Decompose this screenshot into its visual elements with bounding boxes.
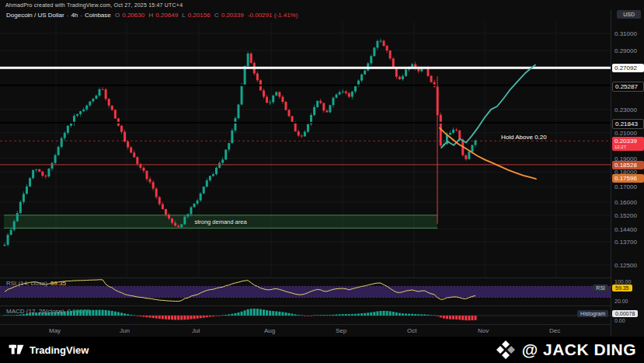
histogram-bar <box>329 315 331 316</box>
currency-button[interactable]: USD <box>617 10 641 19</box>
histogram-bar <box>304 316 306 316</box>
histogram-bar <box>319 315 322 316</box>
symbol-title[interactable]: Dogecoin / US Dollar <box>6 12 64 19</box>
time-axis-label: Jul <box>192 327 200 334</box>
histogram-bar <box>171 316 173 319</box>
histogram-bar <box>114 312 117 316</box>
candle-body <box>102 89 104 90</box>
price-tick: 0.23000 <box>614 106 637 113</box>
pane-divider[interactable] <box>0 305 644 306</box>
candle-body <box>13 222 16 230</box>
histogram-bar <box>127 314 129 316</box>
candle-body <box>244 66 246 85</box>
histogram-bar <box>105 310 107 316</box>
candle-body <box>376 41 378 48</box>
histogram-bar <box>209 316 211 317</box>
candle-body <box>92 99 94 101</box>
candle-body <box>99 89 101 96</box>
close-value: 0.20339 <box>221 12 244 19</box>
price-tick: 0.29000 <box>614 47 637 54</box>
histogram-bar <box>139 316 141 316</box>
tradingview-chart-screenshot: AhmadPro created with TradingView.com, O… <box>0 0 644 363</box>
tradingview-brand[interactable]: TradingView <box>8 343 89 357</box>
histogram-bar <box>146 316 148 317</box>
histogram-bar <box>339 314 341 316</box>
candle-body <box>200 194 202 201</box>
histogram-bar <box>263 309 265 316</box>
candle-body <box>38 169 40 172</box>
histogram-bar <box>461 316 464 320</box>
histogram-bar <box>395 312 398 316</box>
histogram-bar <box>411 314 413 316</box>
histogram-bar <box>117 312 120 316</box>
histogram-bar <box>158 316 161 319</box>
rsi-badge: RSI <box>593 284 608 291</box>
histogram-bar <box>392 312 395 316</box>
candle-body <box>16 213 19 222</box>
candle-body <box>79 111 82 114</box>
histogram-bar <box>307 316 309 316</box>
price-chart-pane[interactable]: strong demand areaHold Above 0.20 <box>0 22 611 277</box>
legend-separator: - <box>67 12 69 19</box>
histogram-bar <box>168 316 170 319</box>
candle-body <box>168 215 170 218</box>
rsi-pane-label[interactable]: RSI (14, close)59.35 <box>6 280 66 287</box>
candle-body <box>263 90 265 96</box>
candle-body <box>336 95 338 98</box>
histogram-bar <box>440 316 442 317</box>
histogram-bar <box>399 313 401 316</box>
histogram-bar <box>373 312 375 316</box>
candle-body <box>149 179 151 182</box>
histogram-bar <box>16 315 19 316</box>
candle-body <box>193 204 196 208</box>
histogram-bar <box>468 316 470 320</box>
histogram-bar <box>221 315 224 316</box>
candle-body <box>332 98 334 105</box>
histogram-bar <box>291 314 294 316</box>
macd-pane-label[interactable]: MACD (12, 26(close)0.00078 <box>6 308 90 315</box>
histogram-bar <box>231 314 233 316</box>
histogram-bar <box>102 310 104 316</box>
histogram-bar <box>234 313 236 316</box>
candle-body <box>342 92 344 92</box>
histogram-bar <box>13 315 16 316</box>
macd-histogram-badge: Histogram <box>577 310 608 317</box>
candle-body <box>26 187 28 194</box>
candle-body <box>284 102 287 110</box>
candle-body <box>133 152 135 157</box>
histogram-bar <box>360 313 363 316</box>
histogram-bar <box>294 314 297 316</box>
histogram-bar <box>133 315 135 316</box>
candle-body <box>373 47 375 56</box>
rsi-pane[interactable] <box>0 278 611 305</box>
candle-body <box>190 208 192 215</box>
histogram-bar <box>162 316 164 319</box>
pane-divider[interactable] <box>0 277 644 278</box>
macd-pane[interactable] <box>0 306 611 324</box>
candle-body <box>345 92 347 93</box>
histogram-bar <box>281 312 284 316</box>
candle-body <box>136 157 138 164</box>
low-value: 0.20156 <box>188 12 211 19</box>
histogram-bar <box>186 316 189 319</box>
candle-body <box>111 106 113 110</box>
candle-body <box>389 51 392 58</box>
candle-body <box>95 96 97 99</box>
candle-body <box>351 92 353 97</box>
low-label: L <box>182 12 185 19</box>
candle-body <box>247 54 249 66</box>
histogram-bar <box>383 311 385 316</box>
candle-body <box>124 132 126 141</box>
histogram-bar <box>190 316 192 319</box>
chart-legend[interactable]: Dogecoin / US Dollar-4h-Coinbase O0.2063… <box>6 12 300 19</box>
rsi-label-text: RSI (14, close) <box>6 280 47 287</box>
histogram-bar <box>92 310 94 316</box>
histogram-bar <box>149 316 151 318</box>
histogram-bar <box>278 312 280 316</box>
candle-body <box>364 71 366 75</box>
histogram-bar <box>414 314 416 316</box>
histogram-bar <box>423 314 426 316</box>
interval-label[interactable]: 4h <box>71 12 78 19</box>
candle-body <box>51 163 54 169</box>
price-level-badge: 0.2033912:27 <box>612 137 644 151</box>
